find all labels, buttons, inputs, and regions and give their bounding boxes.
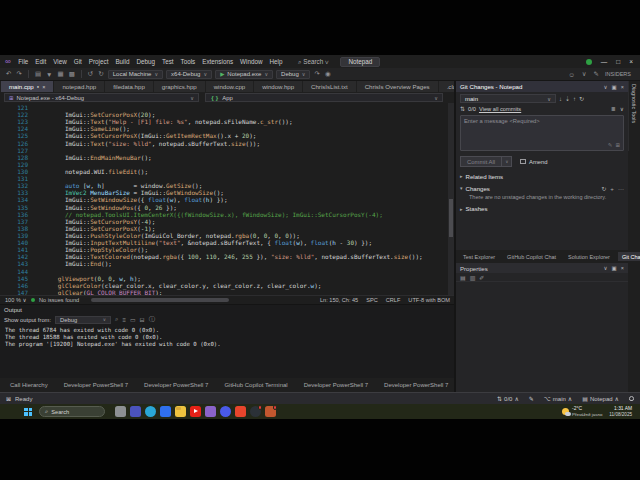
push-icon[interactable]: ↑ — [573, 96, 576, 102]
expand-icon[interactable]: ⊞ — [615, 142, 620, 148]
changes-section[interactable]: ▾ Changes ↻ + ··· — [456, 182, 628, 194]
taskbar-search[interactable]: ⌕ Search — [39, 406, 105, 417]
caret-position[interactable]: Ln: 150, Ch: 45 — [320, 297, 358, 303]
close-button[interactable]: × — [629, 58, 633, 65]
sync-icon[interactable]: ↻ — [579, 95, 584, 102]
panel-tab[interactable]: GitHub Copilot Chat — [503, 252, 560, 261]
menu-debug[interactable]: Debug — [133, 58, 159, 65]
related-items-section[interactable]: ▸ Related Items — [456, 170, 628, 182]
code-editor[interactable]: 1211221231241251261271281291301311321331… — [0, 103, 455, 295]
configuration-dropdown[interactable]: x64-Debug∨ — [166, 70, 212, 79]
document-tab[interactable]: filedata.hpp — [105, 81, 153, 92]
diagnostic-tools-tab[interactable]: Diagnostic Tools — [628, 81, 638, 151]
notifications-icon[interactable] — [629, 396, 634, 401]
pull-icon[interactable]: ⇣ — [565, 95, 570, 102]
view-all-commits-link[interactable]: View all commits — [479, 106, 521, 112]
chevron-down-icon[interactable]: ∨ — [604, 265, 608, 271]
copilot-message-icon[interactable]: ✎ — [608, 142, 613, 148]
pending-edits-icon[interactable]: ✎ — [529, 395, 534, 402]
redo-icon[interactable]: ↻ — [97, 70, 104, 78]
find-message-icon[interactable]: ⌕ — [115, 316, 118, 323]
categorized-icon[interactable]: ▤ — [460, 274, 466, 281]
document-tab[interactable]: ChrisIs Overview Pages — [357, 81, 438, 92]
document-tab[interactable]: ChrisIsList.txt — [303, 81, 356, 92]
menu-window[interactable]: Window — [237, 58, 266, 65]
home-app-icon[interactable] — [160, 406, 171, 417]
commit-all-button[interactable]: Commit All ∨ — [460, 156, 512, 167]
panel-tab[interactable]: Git Changes — [618, 252, 640, 261]
minimize-button[interactable]: — — [601, 58, 608, 65]
file-explorer-icon[interactable] — [175, 406, 186, 417]
output-source-dropdown[interactable]: Debug∨ — [55, 316, 111, 324]
sync-commits-status[interactable]: ⇅ 0/0 ∧ — [497, 395, 519, 402]
start-button[interactable] — [24, 408, 32, 416]
output-log-text[interactable]: The thread 6784 has exited with code 0 (… — [0, 325, 455, 351]
menu-help[interactable]: Help — [266, 58, 286, 65]
panel-tab[interactable]: Test Explorer — [459, 252, 499, 261]
tool-window-tab[interactable]: Call Hierarchy — [3, 381, 55, 390]
chevron-down-icon[interactable]: ∨ — [581, 70, 588, 78]
task-view-icon[interactable] — [115, 406, 126, 417]
close-tab-icon[interactable]: × — [42, 84, 45, 90]
youtube-icon[interactable] — [190, 406, 201, 417]
menu-view[interactable]: View — [50, 58, 71, 65]
github-desktop-icon[interactable] — [250, 406, 261, 417]
open-file-icon[interactable]: ▼ — [45, 71, 53, 78]
amend-checkbox[interactable] — [520, 159, 526, 165]
menu-extensions[interactable]: Extensions — [199, 58, 237, 65]
startup-item-dropdown[interactable]: ▶ Notepad.exe∨ — [215, 70, 273, 79]
navigate-forward-icon[interactable]: ↷ — [15, 70, 22, 78]
repo-status[interactable]: ▤ Notepad ∧ — [582, 395, 619, 402]
scope-dropdown[interactable]: ❴❵ App ∨ — [205, 93, 443, 102]
info-icon[interactable]: ⓘ — [149, 315, 155, 324]
menu-build[interactable]: Build — [112, 58, 133, 65]
step-over-icon[interactable]: ↷ — [313, 70, 320, 78]
scrollbar-thumb[interactable] — [449, 199, 453, 237]
edge-icon[interactable] — [145, 406, 156, 417]
health-status[interactable]: No issues found — [39, 297, 79, 303]
feedback-icon[interactable]: ⊠ — [6, 395, 11, 402]
indent-mode[interactable]: SPC — [366, 297, 378, 303]
stage-all-icon[interactable]: + — [610, 185, 614, 192]
undo-icon[interactable]: ↺ — [87, 70, 94, 78]
account-presence-icon[interactable] — [586, 59, 592, 65]
refresh-icon[interactable]: ↻ — [601, 185, 606, 192]
menu-edit[interactable]: Edit — [32, 58, 50, 65]
save-icon[interactable]: ▦ — [57, 70, 65, 78]
pin-icon[interactable]: ▣ — [612, 265, 617, 271]
property-pages-icon[interactable]: ✐ — [479, 274, 484, 281]
breakpoint-icon[interactable]: ◉ — [324, 70, 332, 78]
document-tab[interactable]: window.hpp — [254, 81, 302, 92]
taskbar-clock[interactable]: 1:31 AM 11/08/2025 — [609, 406, 632, 417]
word-wrap-icon[interactable]: ⊟ — [140, 316, 145, 323]
save-all-icon[interactable]: ▩ — [68, 70, 76, 78]
alphabetical-icon[interactable]: ▥ — [470, 274, 476, 281]
discord-icon[interactable] — [220, 406, 231, 417]
weather-widget[interactable]: -2°C Převážně jasno — [562, 406, 602, 416]
menu-file[interactable]: File — [15, 58, 32, 65]
tool-window-tab[interactable]: Developer PowerShell 7 — [377, 381, 455, 390]
encoding[interactable]: UTF-8 with BOM — [408, 297, 450, 303]
branch-status[interactable]: ⌥ main ∧ — [544, 395, 572, 402]
navigate-back-icon[interactable]: ↶ — [5, 70, 12, 78]
tool-window-tab[interactable]: GitHub Copilot Terminal — [217, 381, 294, 390]
history-icon[interactable]: ≣ — [611, 106, 616, 112]
document-tab[interactable]: main.cpp●× — [1, 81, 53, 92]
menu-test[interactable]: Test — [159, 58, 178, 65]
document-tab[interactable]: graphics.hpp — [154, 81, 205, 92]
zoom-level-dropdown[interactable]: 100 % ∨ — [5, 297, 27, 303]
new-file-icon[interactable]: ▤ — [34, 70, 42, 78]
close-icon[interactable]: × — [621, 265, 624, 271]
menu-git[interactable]: Git — [70, 58, 85, 65]
teams-icon[interactable] — [130, 406, 141, 417]
project-dropdown[interactable]: ⊞ Notepad.exe - x64-Debug ∨ — [4, 93, 199, 102]
document-tab[interactable]: window.cpp — [206, 81, 254, 92]
commit-message-input[interactable]: Enter a message <Required> ✎ ⊞ — [460, 115, 624, 151]
chevron-down-icon[interactable]: ∨ — [604, 84, 608, 90]
amend-option[interactable]: Amend — [520, 159, 547, 165]
visual-studio-icon[interactable] — [205, 406, 216, 417]
search-box[interactable]: ⌕ Search ∨ — [298, 58, 329, 66]
stashes-section[interactable]: ▸ Stashes — [456, 203, 628, 215]
close-icon[interactable]: × — [621, 84, 624, 90]
editor-horizontal-scrollbar[interactable] — [91, 298, 229, 302]
